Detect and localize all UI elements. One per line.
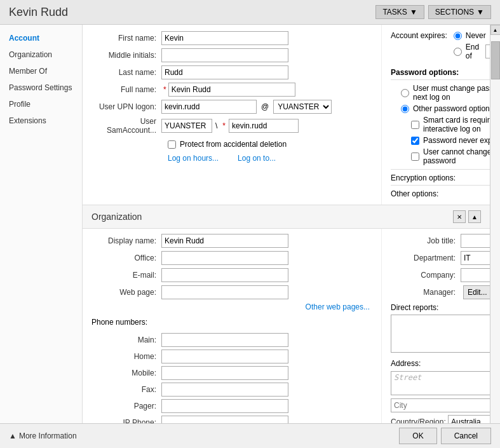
scroll-track[interactable] bbox=[490, 35, 500, 434]
sidebar-item-organization[interactable]: Organization bbox=[0, 46, 82, 63]
cannot-change-checkbox[interactable] bbox=[411, 153, 419, 161]
pager-input[interactable] bbox=[161, 399, 288, 413]
home-phone-input[interactable] bbox=[161, 350, 288, 363]
samaccount-domain-input[interactable] bbox=[161, 119, 212, 133]
upn-domain-select[interactable]: YUANSTER bbox=[273, 100, 332, 114]
account-left-col: First name: Middle initials: Last name: … bbox=[83, 25, 381, 205]
smart-card-label: Smart card is required for interactive l… bbox=[423, 116, 490, 133]
sections-button[interactable]: SECTIONS ▼ bbox=[428, 5, 491, 19]
samaccount-input[interactable] bbox=[229, 119, 299, 133]
fax-label: Fax: bbox=[91, 385, 161, 394]
sidebar-item-extensions[interactable]: Extensions bbox=[0, 112, 82, 129]
display-name-label: Display name: bbox=[91, 236, 161, 245]
must-change-row: User must change password at next log on bbox=[391, 84, 490, 102]
first-name-input[interactable] bbox=[161, 31, 288, 45]
full-name-input[interactable] bbox=[168, 83, 295, 97]
job-title-row: Job title: bbox=[391, 234, 490, 248]
bottom-bar: ▲ More Information OK Cancel bbox=[0, 423, 500, 448]
street-input[interactable]: Street bbox=[391, 371, 490, 395]
upn-input[interactable] bbox=[161, 100, 257, 114]
webpage-input[interactable] bbox=[161, 285, 288, 299]
sidebar-item-member-of[interactable]: Member Of bbox=[0, 63, 82, 79]
must-change-radio[interactable] bbox=[401, 89, 409, 97]
account-expires-options: Never End of bbox=[454, 31, 490, 63]
encryption-options-row: Encryption options: ▼ bbox=[391, 169, 490, 182]
never-expires-label: Password never expires bbox=[423, 136, 490, 145]
city-input[interactable] bbox=[391, 398, 490, 412]
upn-label: User UPN logon: bbox=[91, 102, 161, 111]
other-options-radio[interactable] bbox=[401, 105, 409, 113]
manager-buttons: Edit... Clear bbox=[463, 285, 490, 299]
password-options-section: Password options: ▲ User must change pas… bbox=[391, 68, 490, 165]
org-collapse-button[interactable]: ▲ bbox=[468, 210, 481, 223]
smart-card-row: Smart card is required for interactive l… bbox=[391, 116, 490, 133]
logon-to-link[interactable]: Log on to... bbox=[238, 154, 276, 163]
department-input[interactable] bbox=[461, 251, 490, 265]
office-input[interactable] bbox=[161, 251, 288, 265]
logon-hours-link[interactable]: Log on hours... bbox=[168, 154, 219, 163]
protect-checkbox[interactable] bbox=[168, 140, 176, 149]
org-left-col: Display name: Office: E-mail: bbox=[83, 229, 381, 444]
scroll-up-arrow[interactable]: ▲ bbox=[490, 25, 501, 35]
company-input[interactable] bbox=[461, 268, 490, 282]
email-label: E-mail: bbox=[91, 271, 161, 280]
end-of-radio[interactable] bbox=[454, 48, 462, 56]
department-label: Department: bbox=[391, 254, 461, 262]
must-change-label: User must change password at next log on bbox=[413, 84, 490, 102]
account-expires-group: Account expires: Never End of bbox=[391, 31, 490, 63]
tasks-chevron-icon: ▼ bbox=[410, 8, 417, 17]
middle-initials-label: Middle initials: bbox=[91, 51, 161, 60]
upn-field-group: @ YUANSTER bbox=[161, 100, 332, 114]
job-title-input[interactable] bbox=[461, 234, 490, 248]
account-section: First name: Middle initials: Last name: … bbox=[83, 25, 490, 205]
full-name-row: Full name: * bbox=[91, 83, 372, 97]
page-title: Kevin Rudd bbox=[9, 6, 68, 19]
address-section: Address: Street Country/Region: Australi… bbox=[391, 359, 490, 429]
home-phone-row: Home: bbox=[91, 350, 372, 363]
email-input[interactable] bbox=[161, 268, 288, 282]
middle-initials-input[interactable] bbox=[161, 48, 288, 62]
never-radio[interactable] bbox=[454, 32, 462, 40]
fax-input[interactable] bbox=[161, 383, 288, 397]
last-name-input[interactable] bbox=[161, 65, 288, 79]
first-name-label: First name: bbox=[91, 34, 161, 43]
samaccount-label: User SamAccount... bbox=[91, 117, 161, 135]
scrollbar: ▲ ▼ bbox=[490, 25, 500, 444]
first-name-row: First name: bbox=[91, 31, 372, 45]
department-row: Department: bbox=[391, 251, 490, 265]
full-name-label: Full name: bbox=[91, 85, 161, 94]
samaccount-row: User SamAccount... \ * bbox=[91, 117, 372, 135]
end-of-date-input[interactable] bbox=[485, 44, 490, 58]
display-name-input[interactable] bbox=[161, 234, 288, 248]
email-row: E-mail: bbox=[91, 268, 372, 282]
main-phone-row: Main: bbox=[91, 333, 372, 347]
other-webpages-link[interactable]: Other web pages... bbox=[306, 302, 370, 311]
sidebar-item-password-settings[interactable]: Password Settings bbox=[0, 79, 82, 96]
encryption-options-label: Encryption options: bbox=[391, 173, 456, 182]
scroll-thumb[interactable] bbox=[491, 41, 500, 79]
org-close-button[interactable]: ✕ bbox=[453, 210, 466, 223]
account-right-col: Account expires: Never End of bbox=[381, 25, 490, 205]
direct-reports-label: Direct reports: bbox=[391, 303, 490, 312]
manager-edit-button[interactable]: Edit... bbox=[463, 285, 490, 299]
more-info-arrow-icon: ▲ bbox=[9, 431, 17, 440]
office-label: Office: bbox=[91, 254, 161, 262]
sections-chevron-icon: ▼ bbox=[476, 8, 484, 17]
more-info-button[interactable]: ▲ More Information bbox=[9, 431, 77, 440]
never-expires-checkbox[interactable] bbox=[411, 137, 419, 145]
sidebar-item-account[interactable]: Account bbox=[0, 30, 82, 46]
cancel-button[interactable]: Cancel bbox=[441, 428, 491, 444]
other-options-row: Other options: ▼ bbox=[391, 185, 490, 198]
sidebar: Account Organization Member Of Password … bbox=[0, 25, 83, 444]
mobile-phone-input[interactable] bbox=[161, 366, 288, 380]
tasks-button[interactable]: TASKS ▼ bbox=[375, 5, 424, 19]
main-phone-input[interactable] bbox=[161, 333, 288, 347]
phone-header-row: Phone numbers: bbox=[91, 318, 372, 330]
samaccount-field-group: \ * bbox=[161, 119, 299, 133]
ok-button[interactable]: OK bbox=[399, 428, 436, 444]
other-webpages-link-container: Other web pages... bbox=[91, 302, 370, 311]
sidebar-item-profile[interactable]: Profile bbox=[0, 96, 82, 112]
company-label: Company: bbox=[391, 271, 461, 280]
pager-label: Pager: bbox=[91, 402, 161, 411]
smart-card-checkbox[interactable] bbox=[411, 121, 419, 129]
